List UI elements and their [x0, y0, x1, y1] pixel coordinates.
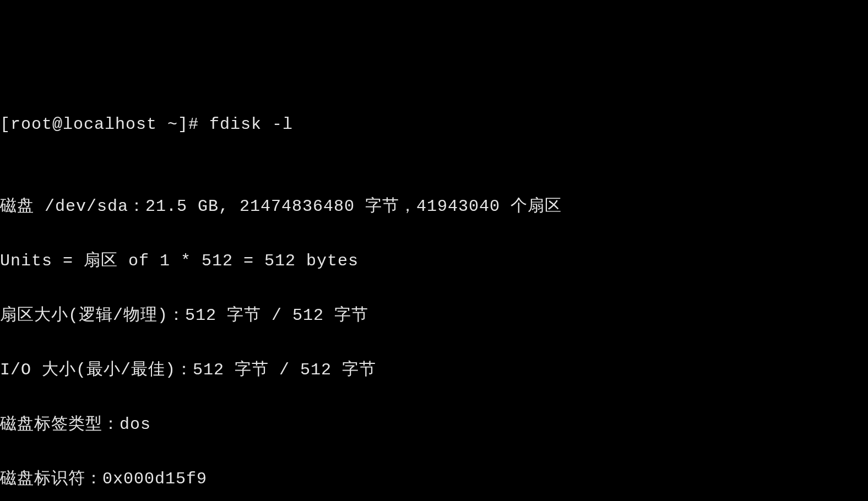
command-text: fdisk -l [209, 115, 293, 134]
command-line[interactable]: [root@localhost ~]# fdisk -l [0, 111, 868, 139]
disk-identifier: 磁盘标识符：0x000d15f9 [0, 466, 868, 493]
units-info: Units = 扇区 of 1 * 512 = 512 bytes [0, 248, 868, 275]
disk-sda-header: 磁盘 /dev/sda：21.5 GB, 21474836480 字节，4194… [0, 193, 868, 221]
disk-label-type: 磁盘标签类型：dos [0, 411, 868, 439]
io-size-info: I/O 大小(最小/最佳)：512 字节 / 512 字节 [0, 357, 868, 384]
shell-prompt: [root@localhost ~]# [0, 115, 209, 134]
sector-size-info: 扇区大小(逻辑/物理)：512 字节 / 512 字节 [0, 302, 868, 330]
